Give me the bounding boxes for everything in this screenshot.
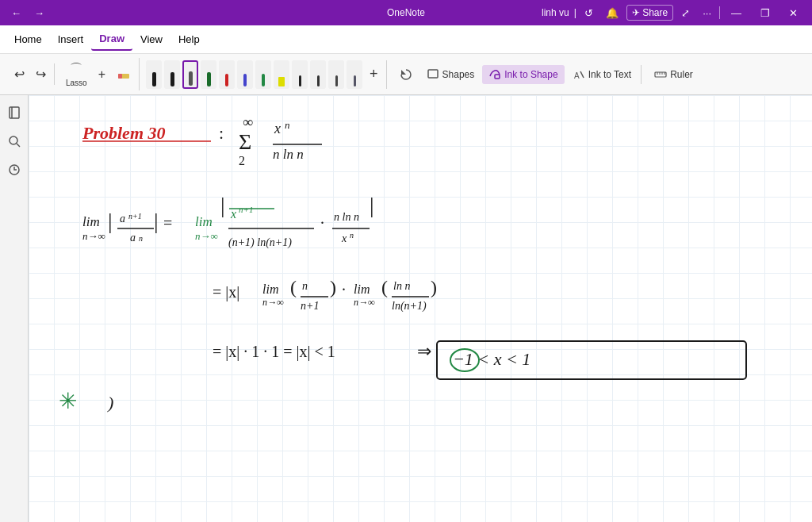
svg-point-69: [450, 349, 479, 371]
undo-redo-group: ↩ ↪: [6, 63, 55, 85]
canvas-area[interactable]: Problem 30 : ∞ Σ 2 x n n ln n lim n→∞ | …: [29, 95, 812, 522]
svg-text:✳: ✳: [59, 389, 77, 413]
share-button[interactable]: ✈ Share: [626, 5, 673, 21]
pen-blue[interactable]: [237, 60, 253, 89]
svg-text:∞: ∞: [243, 114, 253, 130]
svg-text:n: n: [285, 119, 290, 131]
svg-text:lim: lim: [195, 214, 213, 229]
svg-text:= |x| · 1 · 1 = |x| < 1: = |x| · 1 · 1 = |x| < 1: [213, 343, 335, 361]
minimize-button[interactable]: —: [723, 4, 749, 22]
more-button[interactable]: ···: [698, 6, 716, 21]
pen-indigo[interactable]: [347, 60, 362, 89]
svg-text:): ): [106, 393, 113, 413]
svg-text:a: a: [130, 232, 136, 244]
ruler-group: Ruler: [645, 65, 703, 84]
svg-text:n→∞: n→∞: [262, 297, 284, 308]
svg-text:ln(n+1): ln(n+1): [392, 300, 427, 313]
ink-to-shape-label: Ink to Shape: [504, 69, 557, 80]
svg-rect-1: [118, 74, 122, 79]
svg-text:−1 < x < 1: −1 < x < 1: [453, 349, 530, 369]
menu-help[interactable]: Help: [170, 29, 208, 50]
back-button[interactable]: ←: [6, 6, 26, 21]
pen-black-1[interactable]: [146, 60, 162, 89]
pen-gray[interactable]: [182, 60, 198, 89]
shapes-button[interactable]: Shapes: [420, 65, 481, 84]
svg-text:n→∞: n→∞: [195, 230, 218, 242]
svg-rect-4: [495, 75, 500, 79]
user-info: linh vu |: [542, 7, 576, 18]
sidebar-history-icon[interactable]: [3, 159, 25, 181]
svg-text:n+1: n+1: [128, 212, 142, 221]
svg-text:|: |: [220, 193, 225, 217]
svg-text:Problem 30: Problem 30: [82, 123, 166, 143]
svg-text:(n+1) ln(n+1): (n+1) ln(n+1): [228, 236, 292, 249]
lasso-tool[interactable]: ⌒ Lasso: [61, 58, 92, 90]
menu-insert[interactable]: Insert: [50, 29, 92, 50]
sidebar-search-icon[interactable]: [3, 130, 25, 152]
svg-text:lim: lim: [82, 214, 100, 229]
notification-button[interactable]: 🔔: [601, 6, 623, 21]
svg-marker-2: [401, 70, 406, 75]
ink-to-text-button[interactable]: A Ink to Text: [566, 65, 638, 84]
svg-text:): ): [431, 277, 437, 297]
ink-replay-button[interactable]: [393, 65, 419, 84]
restore-button[interactable]: ❐: [753, 4, 778, 22]
pens-group: +: [143, 60, 387, 89]
titlebar: ← → OneNote linh vu | ↺ 🔔 ✈ Share ⤢ ··· …: [0, 0, 812, 25]
titlebar-right: linh vu | ↺ 🔔 ✈ Share ⤢ ··· — ❐ ✕: [542, 4, 806, 22]
toolbar: ↩ ↪ ⌒ Lasso +: [0, 54, 812, 95]
svg-text:n: n: [139, 234, 143, 243]
eraser-add-tool[interactable]: +: [94, 64, 110, 85]
pen-red[interactable]: [219, 60, 235, 89]
ink-to-shape-button[interactable]: Ink to Shape: [482, 65, 564, 84]
svg-text::: :: [219, 123, 224, 143]
refresh-button[interactable]: ↺: [580, 6, 598, 21]
forward-button[interactable]: →: [29, 6, 49, 21]
add-pen-button[interactable]: +: [365, 63, 383, 86]
sidebar-notebook-icon[interactable]: [3, 102, 25, 124]
menu-view[interactable]: View: [132, 29, 170, 50]
ink-tools-group: Shapes Ink to Shape A Ink to Text: [390, 65, 642, 84]
pen-dark-2[interactable]: [328, 60, 344, 89]
svg-text:(: (: [290, 277, 297, 297]
svg-rect-3: [428, 70, 438, 78]
ruler-button[interactable]: Ruler: [648, 65, 699, 84]
svg-text:·: ·: [342, 281, 346, 298]
pen-green[interactable]: [255, 60, 271, 89]
expand-button[interactable]: ⤢: [676, 6, 695, 21]
svg-text:lim: lim: [262, 282, 278, 296]
svg-text:ln n: ln n: [393, 280, 410, 292]
svg-text:|: |: [154, 209, 159, 233]
menu-home[interactable]: Home: [6, 29, 50, 50]
svg-text:⇒: ⇒: [417, 341, 431, 361]
close-button[interactable]: ✕: [781, 4, 806, 22]
tools-group: ⌒ Lasso +: [58, 58, 140, 90]
undo-button[interactable]: ↩: [10, 63, 29, 85]
ruler-label: Ruler: [670, 69, 693, 80]
svg-text:n: n: [302, 280, 308, 292]
menu-draw[interactable]: Draw: [91, 28, 132, 51]
svg-text:x: x: [341, 232, 347, 244]
redo-button[interactable]: ↪: [31, 63, 51, 85]
svg-text:): ): [330, 277, 336, 297]
app-title: OneNote: [387, 7, 425, 18]
pen-dark-1[interactable]: [310, 60, 326, 89]
svg-text:(: (: [381, 277, 388, 297]
pen-black-2[interactable]: [164, 60, 180, 89]
ink-to-text-label: Ink to Text: [588, 69, 631, 80]
titlebar-separator: [719, 6, 720, 19]
svg-text:|: |: [108, 209, 113, 233]
svg-text:lim: lim: [354, 282, 370, 296]
math-content: Problem 30 : ∞ Σ 2 x n n ln n lim n→∞ | …: [29, 95, 812, 522]
pen-dark-green[interactable]: [201, 60, 216, 89]
svg-rect-11: [10, 107, 19, 118]
pen-black-3[interactable]: [292, 60, 308, 89]
eraser-tool[interactable]: [112, 64, 136, 85]
svg-text:|: |: [370, 193, 374, 217]
pen-yellow[interactable]: [274, 60, 289, 89]
svg-rect-68: [437, 341, 746, 379]
svg-text:n→∞: n→∞: [354, 297, 375, 308]
user-name: linh vu: [542, 7, 569, 18]
left-sidebar: [0, 95, 29, 522]
shapes-label: Shapes: [442, 69, 475, 80]
